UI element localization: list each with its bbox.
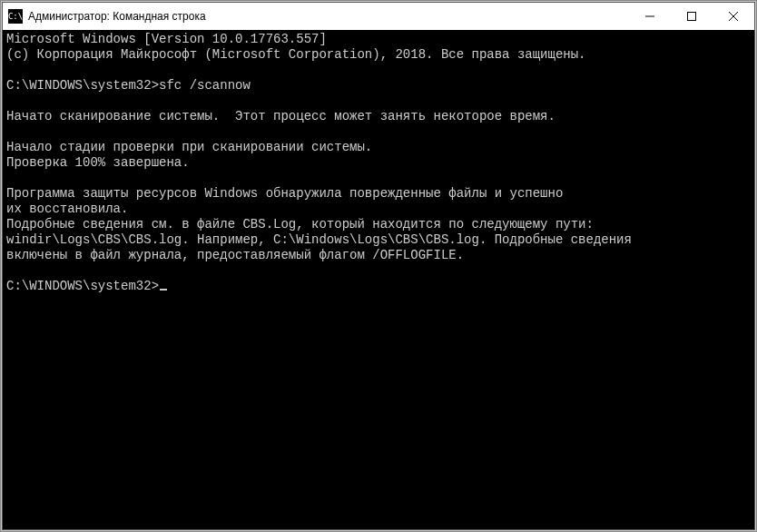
terminal-prompt: C:\WINDOWS\system32> xyxy=(6,279,159,293)
cursor xyxy=(160,289,167,291)
maximize-icon xyxy=(687,12,696,21)
terminal-line xyxy=(6,63,751,78)
close-button[interactable] xyxy=(713,3,754,30)
terminal-line: включены в файл журнала, предоставляемый… xyxy=(6,248,751,263)
window-title: Администратор: Командная строка xyxy=(28,10,206,23)
svg-rect-1 xyxy=(688,13,696,21)
terminal-line: (c) Корпорация Майкрософт (Microsoft Cor… xyxy=(6,47,751,63)
terminal-line xyxy=(6,263,751,279)
terminal-line xyxy=(6,124,751,140)
terminal-line: их восстановила. xyxy=(6,202,751,217)
terminal-line xyxy=(6,94,751,109)
terminal-line: Начато сканирование системы. Этот процес… xyxy=(6,109,751,124)
app-icon: C:\ xyxy=(8,9,23,24)
terminal-output[interactable]: Microsoft Windows [Version 10.0.17763.55… xyxy=(3,30,754,529)
terminal-line: Начало стадии проверки при сканировании … xyxy=(6,140,751,155)
terminal-line: Проверка 100% завершена. xyxy=(6,155,751,171)
terminal-line: C:\WINDOWS\system32>sfc /scannow xyxy=(6,78,751,94)
terminal-line: Программа защиты ресурсов Windows обнару… xyxy=(6,186,751,202)
terminal-line xyxy=(6,171,751,186)
window-controls xyxy=(629,3,754,30)
close-icon xyxy=(729,12,738,21)
terminal-line: Microsoft Windows [Version 10.0.17763.55… xyxy=(6,32,751,47)
titlebar[interactable]: C:\ Администратор: Командная строка xyxy=(3,3,754,30)
terminal-line: windir\Logs\CBS\CBS.log. Например, C:\Wi… xyxy=(6,232,751,248)
maximize-button[interactable] xyxy=(671,3,713,30)
minimize-button[interactable] xyxy=(629,3,671,30)
terminal-prompt-line: C:\WINDOWS\system32> xyxy=(6,279,751,294)
minimize-icon xyxy=(645,12,654,21)
command-prompt-window: C:\ Администратор: Командная строка Micr… xyxy=(2,2,755,530)
terminal-line: Подробные сведения см. в файле CBS.Log, … xyxy=(6,217,751,232)
